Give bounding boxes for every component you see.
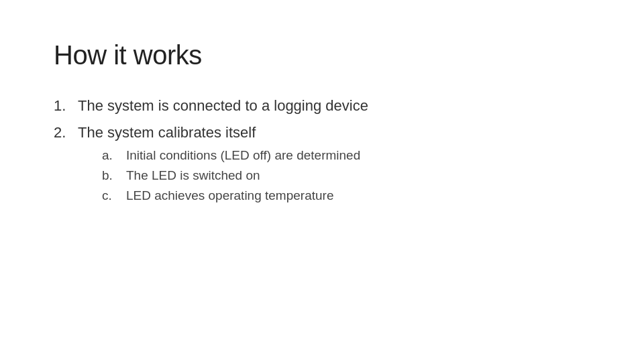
sub-list-letter: a. (102, 148, 126, 163)
sub-list-letter: b. (102, 168, 126, 183)
list-item: 1. The system is connected to a logging … (54, 97, 590, 115)
slide: How it works 1. The system is connected … (0, 0, 644, 362)
list-item-text: The system is connected to a logging dev… (78, 97, 368, 115)
sub-list-letter: c. (102, 188, 126, 203)
main-list: 1. The system is connected to a logging … (54, 97, 590, 208)
sub-list-item-text: LED achieves operating temperature (126, 188, 333, 203)
sub-list-item: b. The LED is switched on (102, 168, 360, 183)
sub-list-item-text: Initial conditions (LED off) are determi… (126, 148, 360, 163)
sub-list-item: c. LED achieves operating temperature (102, 188, 360, 203)
list-item-text: The system calibrates itself (78, 124, 256, 141)
list-number: 1. (54, 97, 78, 115)
list-item: 2. The system calibrates itself a. Initi… (54, 124, 590, 208)
list-number: 2. (54, 124, 78, 141)
sub-list: a. Initial conditions (LED off) are dete… (102, 148, 360, 203)
slide-title: How it works (54, 40, 590, 70)
sub-list-item-text: The LED is switched on (126, 168, 260, 183)
sub-list-item: a. Initial conditions (LED off) are dete… (102, 148, 360, 163)
